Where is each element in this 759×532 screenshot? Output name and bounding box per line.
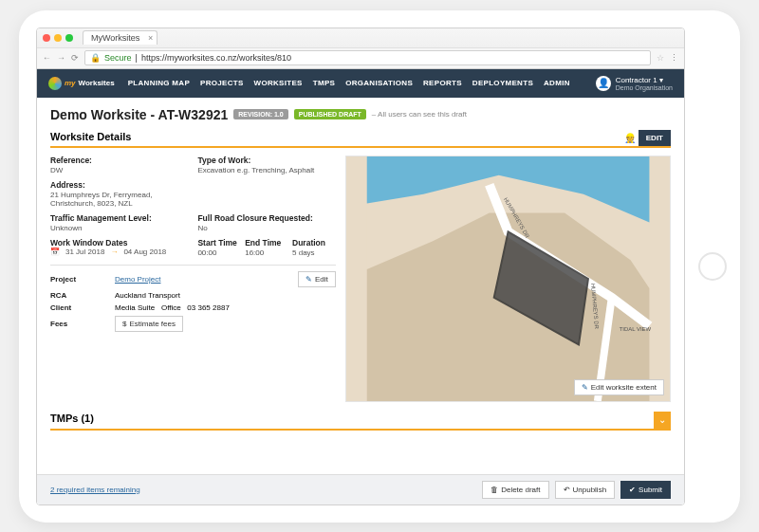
- edit-extent-button[interactable]: ✎Edit worksite extent: [574, 379, 664, 395]
- nav-planning-map[interactable]: PLANNING MAP: [128, 79, 190, 87]
- map[interactable]: HUMPHREYS DR HUMPHREYS DR TIDAL VIEW ✎Ed…: [345, 156, 671, 402]
- project-link[interactable]: Demo Project: [115, 275, 290, 284]
- client-label: Client: [50, 303, 107, 312]
- estimate-fees-button[interactable]: $Estimate fees: [115, 316, 183, 332]
- edit-project-button[interactable]: ✎Edit: [298, 271, 336, 287]
- status-badge: PUBLISHED DRAFT: [294, 109, 366, 119]
- close-window-icon[interactable]: [43, 34, 50, 42]
- page-title: Demo Worksite - AT-W32921: [50, 107, 228, 122]
- window-start: 31 Jul 2018: [65, 248, 104, 256]
- tmps-title: TMPs (1): [50, 413, 654, 427]
- draft-note: – All users can see this draft: [372, 110, 467, 119]
- expand-tmps-button[interactable]: ⌄: [654, 412, 671, 429]
- tablet-home-button[interactable]: [698, 252, 727, 281]
- nav-deployments[interactable]: DEPLOYMENTS: [472, 79, 533, 87]
- type-label: Type of Work:: [197, 156, 335, 165]
- client-office-label: Office: [161, 303, 181, 312]
- minimize-window-icon[interactable]: [54, 34, 62, 42]
- pencil-icon: ✎: [305, 275, 312, 284]
- duration-label: Duration: [292, 238, 336, 248]
- edit-details-button[interactable]: EDIT: [639, 130, 671, 146]
- end-time-value: 16:00: [245, 248, 288, 257]
- nav-projects[interactable]: PROJECTS: [200, 79, 244, 87]
- address-value: 21 Humphreys Dr, Ferrymead, Christchurch…: [50, 191, 174, 208]
- browser-chrome: MyWorksites × ← → ⟳ 🔒 Secure | https://m…: [37, 28, 684, 69]
- fees-label: Fees: [50, 320, 107, 328]
- logo[interactable]: myWorksites: [48, 77, 115, 90]
- screen: MyWorksites × ← → ⟳ 🔒 Secure | https://m…: [36, 28, 685, 505]
- closure-label: Full Road Closure Requested:: [197, 213, 335, 223]
- reload-icon[interactable]: ⟳: [71, 53, 79, 63]
- main-nav: PLANNING MAP PROJECTS WORKSITES TMPS ORG…: [128, 79, 570, 87]
- avatar-icon: 👤: [596, 76, 611, 91]
- type-value: Excavation e.g. Trenching, Asphalt: [197, 166, 335, 174]
- tml-value: Unknown: [50, 224, 188, 232]
- window-end: 04 Aug 2018: [123, 248, 166, 256]
- close-tab-icon[interactable]: ×: [148, 33, 153, 43]
- client-phone: 03 365 2887: [187, 303, 230, 312]
- tablet-frame: MyWorksites × ← → ⟳ 🔒 Secure | https://m…: [19, 10, 740, 523]
- user-org: Demo Organisation: [616, 84, 673, 91]
- rca-value: Auckland Transport: [115, 291, 336, 300]
- unpublish-button[interactable]: ↶Unpublish: [555, 481, 616, 499]
- tmps-section-header: TMPs (1) ⌄: [50, 412, 671, 431]
- lock-icon: 🔒: [90, 53, 101, 63]
- reference-label: Reference:: [50, 156, 188, 165]
- details-panel: Reference: DW Type of Work: Excavation e…: [50, 156, 336, 402]
- chevron-down-icon: ⌄: [658, 414, 666, 425]
- forward-icon[interactable]: →: [57, 53, 65, 63]
- calendar-icon: 📅: [50, 248, 60, 256]
- client-value: Media Suite: [115, 303, 155, 312]
- arrow-right-icon: →: [110, 248, 118, 256]
- nav-reports[interactable]: REPORTS: [423, 79, 462, 87]
- details-section-header: Worksite Details 👷 EDIT: [50, 130, 671, 148]
- required-items-link[interactable]: 2 required items remaining: [50, 486, 476, 494]
- worker-icon: 👷: [621, 133, 639, 143]
- duration-value: 5 days: [292, 248, 336, 257]
- footer-bar: 2 required items remaining 🗑Delete draft…: [37, 474, 684, 504]
- bookmark-icon[interactable]: ☆: [657, 53, 664, 63]
- undo-icon: ↶: [564, 486, 570, 494]
- divider: [50, 265, 336, 266]
- nav-organisations[interactable]: ORGANISATIONS: [345, 79, 413, 87]
- project-label: Project: [50, 275, 107, 284]
- nav-tmps[interactable]: TMPS: [313, 79, 335, 87]
- user-menu[interactable]: 👤 Contractor 1 ▾ Demo Organisation: [596, 76, 673, 91]
- nav-worksites[interactable]: WORKSITES: [254, 79, 303, 87]
- address-bar[interactable]: 🔒 Secure | https://myworksites.co.nz/wor…: [84, 50, 651, 65]
- back-icon[interactable]: ←: [43, 53, 51, 63]
- maximize-window-icon[interactable]: [65, 34, 73, 42]
- url-text: https://myworksites.co.nz/worksites/810: [141, 53, 291, 63]
- logo-icon: [48, 77, 62, 90]
- submit-button[interactable]: ✔Submit: [620, 481, 671, 499]
- revision-badge: REVISION: 1.0: [233, 109, 287, 119]
- menu-icon[interactable]: ⋮: [670, 53, 678, 63]
- reference-value: DW: [50, 166, 188, 174]
- end-time-label: End Time: [245, 238, 288, 248]
- street-label: TIDAL VIEW: [620, 325, 652, 331]
- delete-draft-button[interactable]: 🗑Delete draft: [482, 481, 548, 499]
- secure-label: Secure: [104, 53, 132, 63]
- tml-label: Traffic Management Level:: [50, 213, 188, 223]
- app-header: myWorksites PLANNING MAP PROJECTS WORKSI…: [37, 69, 684, 98]
- closure-value: No: [197, 224, 335, 232]
- start-time-label: Start Time: [197, 238, 241, 248]
- check-icon: ✔: [629, 486, 636, 494]
- trash-icon: 🗑: [491, 486, 498, 494]
- address-label: Address:: [50, 180, 336, 190]
- start-time-value: 00:00: [197, 248, 241, 257]
- tab-title: MyWorksites: [91, 33, 139, 43]
- user-name: Contractor 1: [616, 76, 657, 84]
- rca-label: RCA: [50, 291, 107, 300]
- browser-tab[interactable]: MyWorksites ×: [83, 30, 157, 45]
- pencil-icon: ✎: [582, 383, 588, 392]
- window-controls[interactable]: [43, 34, 73, 42]
- details-section-title: Worksite Details: [50, 131, 621, 145]
- page-body: Demo Worksite - AT-W32921 REVISION: 1.0 …: [37, 98, 684, 504]
- nav-admin[interactable]: ADMIN: [544, 79, 570, 87]
- window-label: Work Window Dates: [50, 238, 188, 248]
- dollar-icon: $: [122, 320, 126, 328]
